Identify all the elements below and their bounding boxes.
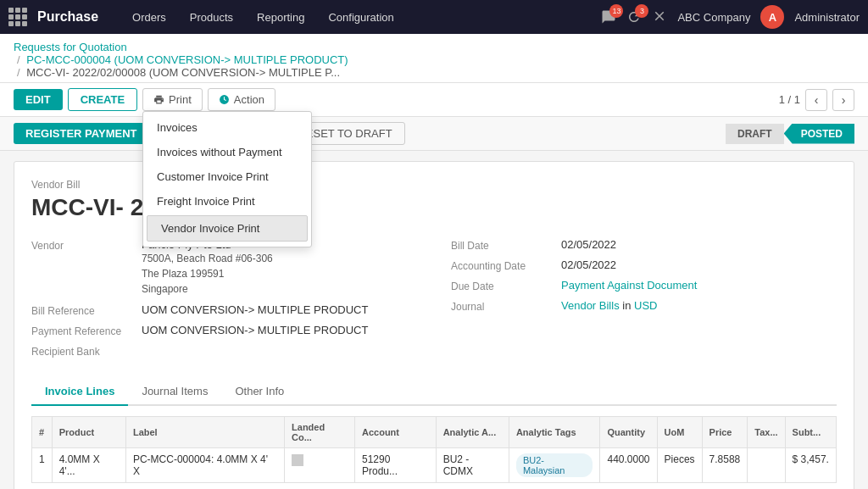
vendor-addr-line3: Singapore [142, 281, 273, 297]
pager-next[interactable]: › [832, 89, 854, 111]
recipient-bank-label: Recipient Bank [31, 344, 142, 358]
invoice-table: # Product Label Landed Co... Account Ana… [31, 416, 837, 483]
col-price: Price [702, 417, 748, 448]
journal-name-link[interactable]: Vendor Bills [561, 299, 620, 312]
due-date-value[interactable]: Payment Against Document [561, 279, 697, 292]
col-num: # [32, 417, 53, 448]
chat-icon-badge[interactable]: 13 [601, 9, 616, 25]
action-icon [219, 94, 230, 105]
top-right-actions: 13 3 ABC Company A Administrator [601, 5, 860, 29]
print-button[interactable]: Print [142, 88, 203, 111]
cell-product[interactable]: 4.0MM X 4'... [52, 448, 125, 483]
bill-date-value: 02/05/2022 [561, 238, 616, 251]
journal-field: Journal Vendor Bills in USD [451, 296, 837, 316]
col-account: Account [354, 417, 436, 448]
posted-badge: POSTED [784, 124, 854, 144]
print-vendor-invoice[interactable]: Vendor Invoice Print [147, 215, 308, 242]
bill-ref-field: Bill Reference UOM CONVERSION-> MULTIPLE… [31, 300, 417, 320]
action-button[interactable]: Action [208, 88, 275, 111]
col-subtotal: Subt... [785, 417, 836, 448]
avatar[interactable]: A [760, 5, 784, 29]
menu-reporting[interactable]: Reporting [245, 0, 316, 34]
payment-ref-label: Payment Reference [31, 324, 142, 337]
col-analytic-tags: Analytic Tags [509, 417, 600, 448]
col-uom: UoM [657, 417, 702, 448]
cell-quantity: 440.0000 [600, 448, 657, 483]
breadcrumb-sep2: / [17, 66, 20, 79]
refresh-badge-count: 3 [635, 4, 648, 18]
accounting-date-field: Accounting Date 02/05/2022 [451, 255, 837, 275]
payment-ref-field: Payment Reference UOM CONVERSION-> MULTI… [31, 320, 417, 341]
register-payment-button[interactable]: REGISTER PAYMENT [14, 123, 148, 144]
refresh-icon-badge[interactable]: 3 [626, 9, 642, 25]
accounting-date-label: Accounting Date [451, 258, 561, 272]
print-dropdown-container: Print Invoices Invoices without Payment … [142, 88, 203, 111]
company-name[interactable]: ABC Company [677, 11, 750, 24]
col-tax: Tax... [748, 417, 785, 448]
journal-label: Journal [451, 299, 561, 313]
fields-grid: Vendor Fancie Ply Pte Ltd 7500A, Beach R… [31, 235, 837, 361]
action-bar: EDIT CREATE Print Invoices Invoices with… [0, 83, 868, 117]
cell-uom: Pieces [657, 448, 702, 483]
vendor-addr-line1: 7500A, Beach Road #06-306 [142, 251, 273, 266]
cell-analytic-a: BU2 - CDMX [436, 448, 509, 483]
menu-orders[interactable]: Orders [120, 0, 178, 34]
edit-button[interactable]: EDIT [14, 89, 63, 110]
top-navigation: Purchase Orders Products Reporting Confi… [0, 0, 868, 34]
breadcrumb-link1[interactable]: PC-MCC-000004 (UOM CONVERSION-> MULTIPLE… [26, 53, 348, 66]
breadcrumb-root[interactable]: Requests for Quotation [14, 41, 854, 53]
breadcrumb-current: MCC-VI- 2022/02/00008 (UOM CONVERSION-> … [26, 66, 340, 79]
tab-other-info[interactable]: Other Info [221, 378, 298, 406]
tab-invoice-lines[interactable]: Invoice Lines [31, 378, 128, 406]
right-fields: Bill Date 02/05/2022 Accounting Date 02/… [451, 235, 837, 361]
status-badges: DRAFT POSTED [726, 124, 854, 144]
bill-ref-label: Bill Reference [31, 303, 142, 317]
vendor-addr-line2: The Plaza 199591 [142, 266, 273, 281]
analytic-tag-badge: BU2-Malaysian [516, 453, 593, 477]
printer-icon [153, 94, 164, 105]
table-row: 1 4.0MM X 4'... PC-MCC-000004: 4.0MM X 4… [32, 448, 837, 483]
print-dropdown-menu: Invoices Invoices without Payment Custom… [142, 111, 312, 247]
app-brand[interactable]: Purchase [37, 9, 98, 25]
journal-value: Vendor Bills in USD [561, 299, 657, 312]
create-button[interactable]: CREATE [68, 88, 137, 111]
cell-price: 7.8588 [702, 448, 748, 483]
breadcrumb-sep1: / [17, 53, 20, 66]
due-date-field: Due Date Payment Against Document [451, 275, 837, 296]
col-label: Label [125, 417, 284, 448]
print-label: Print [169, 93, 192, 106]
print-freight-invoice[interactable]: Freight Invoice Print [143, 189, 311, 214]
bill-date-label: Bill Date [451, 238, 561, 252]
main-menu: Orders Products Reporting Configuration [120, 0, 406, 34]
recipient-bank-field: Recipient Bank [31, 341, 417, 361]
cell-analytic-tags: BU2-Malaysian [509, 448, 600, 483]
cell-landed-cost [285, 448, 355, 483]
cell-tax [748, 448, 785, 483]
due-date-label: Due Date [451, 279, 561, 292]
cell-label: PC-MCC-000004: 4.0MM X 4' X [125, 448, 284, 483]
col-quantity: Quantity [600, 417, 657, 448]
draft-badge: DRAFT [726, 124, 784, 144]
close-icon[interactable] [652, 8, 667, 26]
col-landed-cost: Landed Co... [285, 417, 355, 448]
menu-configuration[interactable]: Configuration [316, 0, 405, 34]
print-customer-invoice[interactable]: Customer Invoice Print [143, 164, 311, 189]
col-analytic-a: Analytic A... [436, 417, 509, 448]
print-invoices[interactable]: Invoices [143, 115, 311, 140]
app-grid-icon[interactable] [8, 8, 27, 26]
journal-currency-link[interactable]: USD [634, 299, 657, 312]
document-area: Vendor Bill MCC-VI- 2022/02/0 Vendor Fan… [14, 161, 854, 489]
cell-subtotal: $ 3,457. [785, 448, 836, 483]
pager-prev[interactable]: ‹ [805, 89, 827, 111]
breadcrumb: Requests for Quotation / PC-MCC-000004 (… [0, 34, 868, 83]
vendor-label: Vendor [31, 238, 142, 252]
col-product: Product [52, 417, 125, 448]
bill-date-field: Bill Date 02/05/2022 [451, 235, 837, 255]
pager-text: 1 / 1 [779, 93, 800, 106]
bill-ref-value: UOM CONVERSION-> MULTIPLE PRODUCT [142, 303, 368, 316]
print-invoices-no-payment[interactable]: Invoices without Payment [143, 140, 311, 164]
tab-journal-items[interactable]: Journal Items [128, 378, 221, 406]
menu-products[interactable]: Products [178, 0, 245, 34]
table-header-row: # Product Label Landed Co... Account Ana… [32, 417, 837, 448]
journal-in: in [622, 299, 634, 312]
